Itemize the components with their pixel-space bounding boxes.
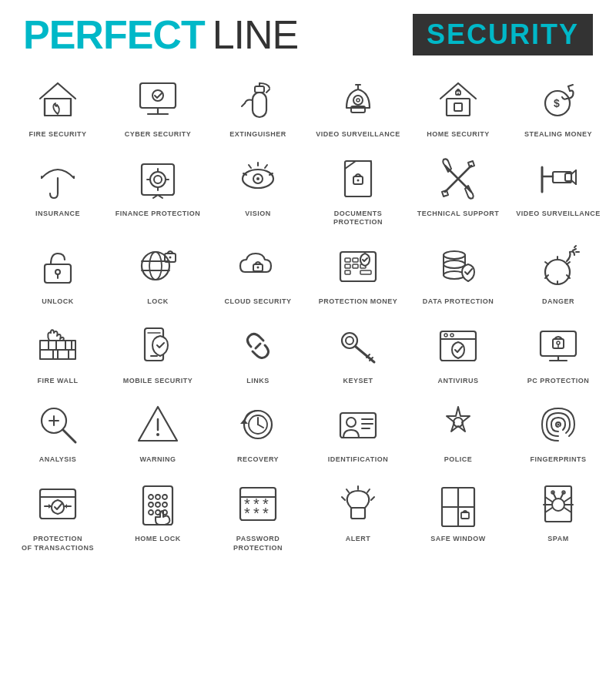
svg-rect-178 xyxy=(461,512,469,519)
svg-rect-8 xyxy=(255,86,264,92)
icon-warning: WARNING xyxy=(108,390,208,469)
svg-text:*: * xyxy=(253,505,259,522)
icon-mobile-security: MOBILE SECURITY xyxy=(108,311,208,391)
icon-cloud-security: CLOUD SECURITY xyxy=(208,232,308,311)
svg-point-153 xyxy=(162,495,167,499)
svg-point-137 xyxy=(346,418,356,427)
svg-line-42 xyxy=(265,165,267,168)
svg-line-183 xyxy=(545,508,552,512)
icon-vision: VISION xyxy=(208,144,308,232)
svg-text:*: * xyxy=(244,505,250,522)
icon-protection-money: PROTECTION MONEY xyxy=(308,232,408,311)
label-technical-support: TECHNICAL SUPPORT xyxy=(417,210,499,219)
label-fingerprints: FINGERPRINTS xyxy=(530,455,586,465)
label-recovery: RECOVERY xyxy=(237,455,279,465)
svg-line-10 xyxy=(266,89,270,92)
label-pc-protection: PC PROTECTION xyxy=(527,377,590,386)
svg-point-82 xyxy=(444,260,465,268)
svg-line-11 xyxy=(242,103,245,106)
label-police: POLICE xyxy=(444,455,473,465)
svg-rect-75 xyxy=(353,264,358,268)
svg-rect-78 xyxy=(360,270,371,274)
label-lock: LOCK xyxy=(147,297,169,307)
svg-line-92 xyxy=(545,262,548,264)
icon-lock: LOCK xyxy=(108,232,208,311)
svg-line-173 xyxy=(367,489,370,492)
icon-danger: DANGER xyxy=(508,232,608,311)
icon-technical-support: TECHNICAL SUPPORT xyxy=(408,144,508,232)
icon-pc-protection: PC PROTECTION xyxy=(508,311,608,391)
icon-insurance: INSURANCE xyxy=(8,144,108,232)
label-vision: VISION xyxy=(245,210,271,219)
icon-video-surveillance-2: VIDEO SURVEILLANCE xyxy=(508,144,608,232)
svg-point-13 xyxy=(353,96,363,105)
svg-rect-114 xyxy=(440,331,476,361)
header: PERFECT LINE SECURITY xyxy=(0,0,616,65)
svg-point-29 xyxy=(150,172,166,187)
label-identification: IDENTIFICATION xyxy=(328,455,388,465)
svg-point-47 xyxy=(357,179,360,181)
svg-line-171 xyxy=(371,497,374,500)
icon-password-protection: * * * * * * PASSWORD PROTECTION xyxy=(208,469,308,557)
label-mobile-security: MOBILE SECURITY xyxy=(123,377,193,386)
svg-rect-168 xyxy=(351,508,365,519)
icon-home-security: HOME SECURITY xyxy=(408,65,508,144)
label-fire-wall: FIRE WALL xyxy=(38,377,79,386)
perfect-label: PERFECT xyxy=(23,15,205,55)
svg-line-172 xyxy=(346,489,349,492)
svg-point-30 xyxy=(154,176,162,183)
icon-antivirus: ANTIVIRUS xyxy=(408,311,508,391)
label-analysis: ANALYSIS xyxy=(39,455,77,465)
svg-point-69 xyxy=(257,267,259,269)
icon-recovery: RECOVERY xyxy=(208,390,308,469)
icon-spam: SPAM xyxy=(508,469,608,557)
icon-extinguisher: EXTINGUISHER xyxy=(208,65,308,144)
page: PERFECT LINE SECURITY FIRE SECURITY xyxy=(0,0,616,685)
svg-rect-17 xyxy=(447,99,470,116)
svg-point-143 xyxy=(557,424,560,426)
label-stealing-money: STEALING MONEY xyxy=(524,130,592,139)
label-extinguisher: EXTINGUISHER xyxy=(229,130,286,139)
svg-line-24 xyxy=(568,85,573,86)
icon-police: POLICE xyxy=(408,390,508,469)
label-alert: ALERT xyxy=(346,535,371,544)
label-home-security: HOME SECURITY xyxy=(427,130,490,139)
svg-point-79 xyxy=(444,251,465,259)
icon-unlock: UNLOCK xyxy=(8,232,108,311)
label-warning: WARNING xyxy=(140,455,176,465)
icon-fire-wall: FIRE WALL xyxy=(8,311,108,391)
icon-finance-protection: FINANCE PROTECTION xyxy=(108,144,208,232)
svg-line-108 xyxy=(256,344,260,348)
label-protection-money: PROTECTION MONEY xyxy=(319,297,398,307)
label-fire-security: FIRE SECURITY xyxy=(28,130,86,139)
svg-line-184 xyxy=(564,497,571,502)
label-cyber-security: CYBER SECURITY xyxy=(125,130,192,139)
icon-documents-protection: DOCUMENTS PROTECTION xyxy=(308,144,408,232)
svg-rect-18 xyxy=(454,103,462,111)
icon-video-surveillance-1: VIDEO SURVEILLANCE xyxy=(308,65,408,144)
label-unlock: UNLOCK xyxy=(42,297,74,307)
svg-line-89 xyxy=(567,262,570,264)
svg-line-170 xyxy=(342,497,345,500)
label-data-protection: DATA PROTECTION xyxy=(423,297,494,307)
svg-marker-50 xyxy=(468,161,474,167)
svg-line-134 xyxy=(258,425,263,428)
label-links: LINKS xyxy=(246,377,270,386)
label-documents-protection: DOCUMENTS PROTECTION xyxy=(311,210,405,227)
svg-line-181 xyxy=(545,497,552,502)
svg-marker-135 xyxy=(240,419,248,424)
security-box: SECURITY xyxy=(413,14,593,55)
label-antivirus: ANTIVIRUS xyxy=(437,377,478,386)
svg-point-14 xyxy=(357,99,360,102)
svg-point-63 xyxy=(149,252,162,280)
icon-keyset: KEYSET xyxy=(308,311,408,391)
svg-point-20 xyxy=(457,92,459,94)
svg-line-186 xyxy=(564,508,571,512)
icon-alert: ALERT xyxy=(308,469,408,557)
icon-identification: IDENTIFICATION xyxy=(308,390,408,469)
svg-line-41 xyxy=(249,165,251,168)
svg-point-155 xyxy=(156,502,160,507)
svg-point-110 xyxy=(346,337,353,344)
svg-line-85 xyxy=(573,249,576,250)
security-label: SECURITY xyxy=(427,18,579,50)
